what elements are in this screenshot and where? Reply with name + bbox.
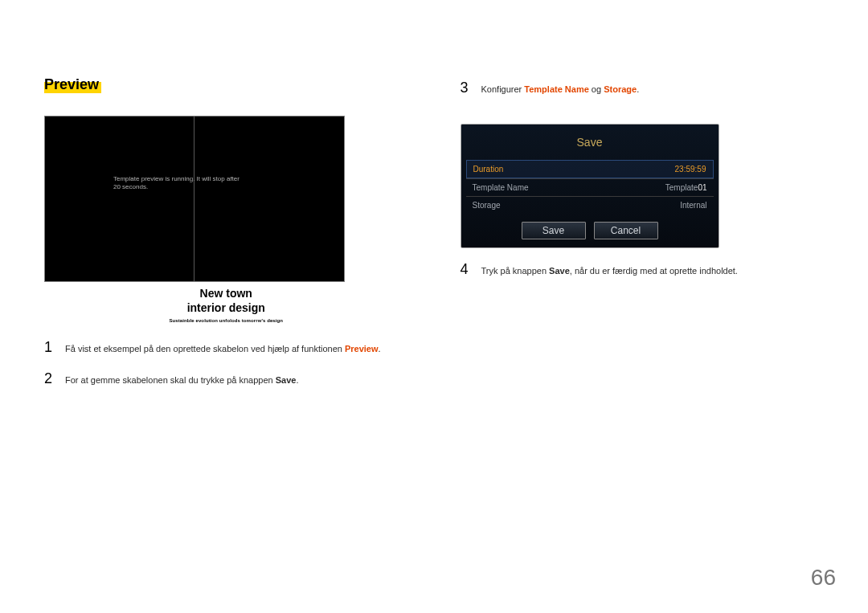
cancel-button[interactable]: Cancel xyxy=(594,222,658,239)
step-number: 3 xyxy=(461,78,472,98)
template-name-number: 01 xyxy=(698,183,706,192)
step-number: 4 xyxy=(461,260,472,280)
step3-text-a: Konfigurer xyxy=(481,84,525,94)
step2-text-b: . xyxy=(296,375,298,385)
left-steps: 1 Få vist et eksempel på den oprettede s… xyxy=(44,337,408,389)
section-title: Preview xyxy=(44,76,99,92)
step-text: For at gemme skabelonen skal du trykke p… xyxy=(65,374,298,386)
caption-line3: Sustainble evolution unfolods tomorrw's … xyxy=(44,318,408,323)
caption-line1: New town xyxy=(44,287,408,301)
step-text: Konfigurer Template Name og Storage. xyxy=(481,84,640,96)
preview-msg-line1: Template preview is running. It will sto… xyxy=(113,175,240,183)
step-3: 3 Konfigurer Template Name og Storage. xyxy=(461,78,825,98)
save-button[interactable]: Save xyxy=(522,222,586,239)
step-text: Tryk på knappen Save, når du er færdig m… xyxy=(481,265,738,277)
section-heading: Preview xyxy=(44,76,408,93)
preview-running-message: Template preview is running. It will sto… xyxy=(113,175,240,192)
document-page: Preview Template preview is running. It … xyxy=(0,0,868,613)
step3-hl1: Template Name xyxy=(524,84,589,94)
template-name-prefix: Template xyxy=(665,183,698,192)
step-number: 2 xyxy=(44,369,55,389)
step2-text-a: For at gemme skabelonen skal du trykke p… xyxy=(65,375,276,385)
dialog-row-storage[interactable]: Storage Internal xyxy=(466,196,714,214)
right-steps-bottom: 4 Tryk på knappen Save, når du er færdig… xyxy=(461,260,825,280)
dialog-buttons: Save Cancel xyxy=(461,214,719,247)
step3-hl2: Storage xyxy=(604,84,637,94)
template-preview: Template preview is running. It will sto… xyxy=(44,116,345,282)
row-label: Duration xyxy=(473,165,504,174)
row-value: Template01 xyxy=(665,183,707,192)
dialog-title: Save xyxy=(461,125,719,160)
step-2: 2 For at gemme skabelonen skal du trykke… xyxy=(44,369,408,389)
step4-highlight: Save xyxy=(549,266,570,276)
step4-text-a: Tryk på knappen xyxy=(481,266,550,276)
template-caption: New town interior design Sustainble evol… xyxy=(44,287,408,323)
row-label: Storage xyxy=(473,201,501,210)
step1-text-b: . xyxy=(379,344,381,353)
dialog-row-template-name[interactable]: Template Name Template01 xyxy=(466,178,714,196)
step-1: 1 Få vist et eksempel på den oprettede s… xyxy=(44,337,408,358)
two-column-layout: Preview Template preview is running. It … xyxy=(44,76,824,400)
step3-text-b: . xyxy=(637,84,639,94)
preview-msg-line2: 20 seconds. xyxy=(113,183,240,191)
left-column: Preview Template preview is running. It … xyxy=(44,76,408,400)
step1-text-a: Få vist et eksempel på den oprettede ska… xyxy=(65,344,345,353)
page-number: 66 xyxy=(811,565,836,591)
step-number: 1 xyxy=(44,337,55,358)
dialog-row-duration[interactable]: Duration 23:59:59 xyxy=(466,160,714,178)
right-steps-top: 3 Konfigurer Template Name og Storage. xyxy=(461,78,825,98)
step1-highlight: Preview xyxy=(345,344,379,353)
step-text: Få vist et eksempel på den oprettede ska… xyxy=(65,343,381,355)
row-label: Template Name xyxy=(473,183,529,192)
row-value: Internal xyxy=(680,201,706,210)
step2-highlight: Save xyxy=(276,375,297,385)
right-column: 3 Konfigurer Template Name og Storage. S… xyxy=(461,76,825,400)
dialog-body: Duration 23:59:59 Template Name Template… xyxy=(461,160,719,214)
caption-line2: interior design xyxy=(44,301,408,316)
step-4: 4 Tryk på knappen Save, når du er færdig… xyxy=(461,260,825,280)
save-dialog: Save Duration 23:59:59 Template Name Tem… xyxy=(461,124,719,248)
row-value: 23:59:59 xyxy=(675,165,706,174)
preview-left-pane xyxy=(45,116,194,281)
step3-mid: og xyxy=(589,84,604,94)
step4-text-b: , når du er færdig med at oprette indhol… xyxy=(570,266,738,276)
